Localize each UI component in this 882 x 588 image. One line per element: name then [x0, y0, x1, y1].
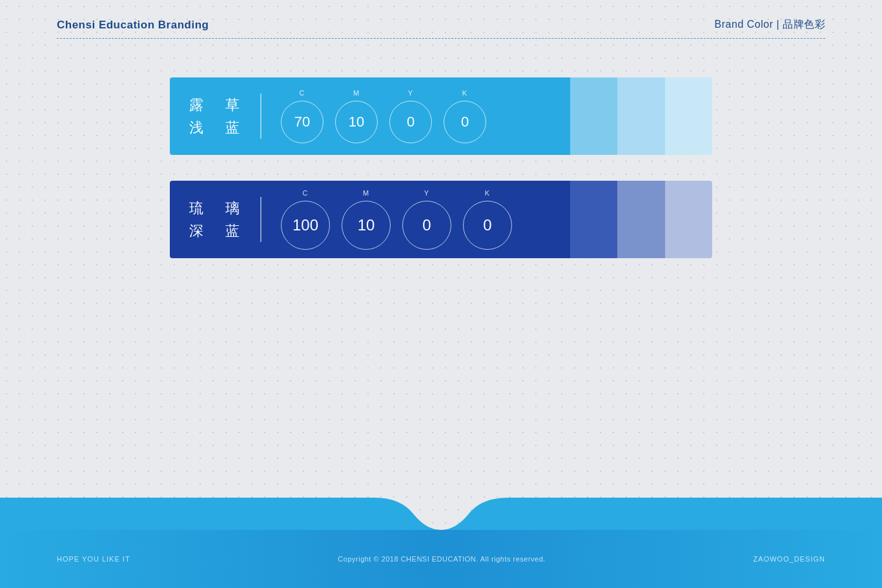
shade-1-light: [570, 77, 617, 155]
dark-blue-main: 琉 璃 深 蓝 C 100 M 10 Y: [170, 181, 570, 258]
shade-2-light: [617, 77, 664, 155]
footer-wave-svg: [0, 498, 882, 530]
shade-3-light: [665, 77, 712, 155]
cmyk-k-light: K 0: [444, 89, 486, 143]
divider: [260, 94, 262, 139]
footer-left: HOPE YOU LIKE IT: [57, 555, 130, 563]
light-blue-card: 露 草 浅 蓝 C 70 M 10 Y: [170, 77, 712, 155]
footer: HOPE YOU LIKE IT Copyright © 2018 CHENSI…: [0, 504, 882, 588]
dark-blue-shades: [570, 181, 712, 258]
cmyk-k-dark: K 0: [463, 189, 512, 250]
cmyk-y-dark: Y 0: [402, 189, 451, 250]
cmyk-m-dark: M 10: [342, 189, 391, 250]
cmyk-y-circle-dark: 0: [402, 201, 451, 250]
section-label: Brand Color | 品牌色彩: [715, 18, 825, 32]
shade-2-dark: [617, 181, 664, 258]
dark-blue-name: 琉 璃 深 蓝: [189, 197, 247, 242]
header: Chensi Education Branding Brand Color | …: [0, 0, 882, 39]
cmyk-m-circle-light: 10: [335, 101, 378, 143]
cmyk-k-circle-light: 0: [444, 101, 486, 143]
cmyk-y-light: Y 0: [389, 89, 432, 143]
dark-blue-card: 琉 璃 深 蓝 C 100 M 10 Y: [170, 181, 712, 258]
main-content: 露 草 浅 蓝 C 70 M 10 Y: [170, 77, 712, 284]
light-blue-shades: [570, 77, 712, 155]
shade-1-dark: [570, 181, 617, 258]
cmyk-m-light: M 10: [335, 89, 378, 143]
shade-3-dark: [665, 181, 712, 258]
cmyk-k-circle-dark: 0: [463, 201, 512, 250]
cmyk-c-circle-dark: 100: [281, 201, 330, 250]
cmyk-c-circle-light: 70: [281, 101, 323, 143]
light-blue-main: 露 草 浅 蓝 C 70 M 10 Y: [170, 77, 570, 155]
page-title: Chensi Education Branding: [57, 19, 209, 32]
cmyk-y-circle-light: 0: [389, 101, 432, 143]
footer-content: HOPE YOU LIKE IT Copyright © 2018 CHENSI…: [0, 530, 882, 588]
cmyk-c-dark: C 100: [281, 189, 330, 250]
cmyk-group-dark: C 100 M 10 Y 0: [281, 189, 512, 250]
footer-center: Copyright © 2018 CHENSI EDUCATION. All r…: [338, 555, 546, 563]
footer-right: ZAOWOO_DESIGN: [754, 555, 825, 563]
cmyk-group-light: C 70 M 10 Y 0: [281, 89, 486, 143]
cmyk-c-light: C 70: [281, 89, 323, 143]
divider-dark: [260, 197, 262, 242]
light-blue-name: 露 草 浅 蓝: [189, 94, 247, 139]
cmyk-m-circle-dark: 10: [342, 201, 391, 250]
